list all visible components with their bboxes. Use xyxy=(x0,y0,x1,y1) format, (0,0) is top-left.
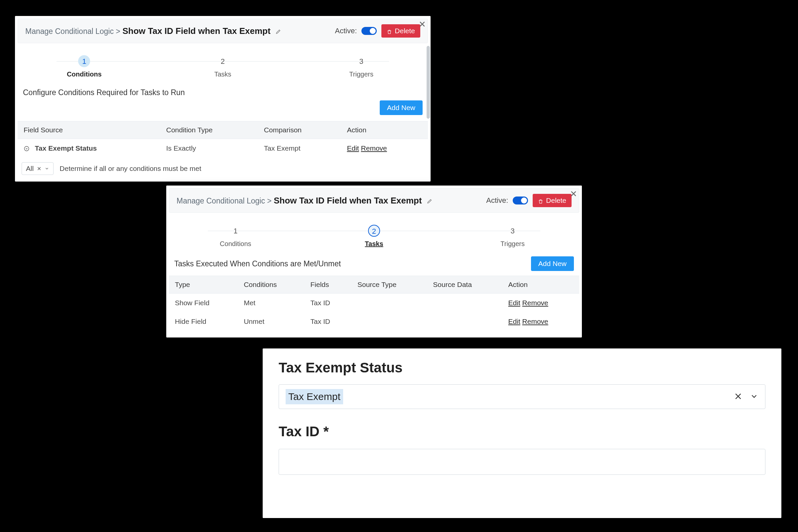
tasks-table: Type Conditions Fields Source Type Sourc… xyxy=(169,276,579,331)
step-conditions[interactable]: 1 Conditions xyxy=(16,55,153,78)
conditions-table: Field Source Condition Type Comparison A… xyxy=(18,121,428,158)
step-2-number: 2 xyxy=(217,55,229,67)
edit-link[interactable]: Edit xyxy=(508,318,520,325)
clear-icon[interactable]: ✕ xyxy=(37,166,41,172)
active-toggle[interactable] xyxy=(361,27,377,35)
add-new-task-button[interactable]: Add New xyxy=(531,256,574,271)
cell-source-data xyxy=(427,293,502,312)
step-triggers[interactable]: 3 Triggers xyxy=(292,55,430,78)
col-type: Type xyxy=(169,276,238,293)
step-3-number: 3 xyxy=(356,55,367,67)
conditions-section-title: Configure Conditions Required for Tasks … xyxy=(15,81,431,100)
remove-link[interactable]: Remove xyxy=(522,299,548,307)
breadcrumb-sep: > xyxy=(116,27,120,36)
step-3-number: 3 xyxy=(507,225,519,237)
breadcrumb-root[interactable]: Manage Conditional Logic xyxy=(25,27,114,36)
col-conditions: Conditions xyxy=(238,276,304,293)
step-2-label: Tasks xyxy=(154,71,291,78)
cell-type: Hide Field xyxy=(169,312,238,331)
delete-label: Delete xyxy=(395,27,415,35)
remove-link[interactable]: Remove xyxy=(361,144,387,152)
step-3-label: Triggers xyxy=(292,71,430,78)
breadcrumb: Manage Conditional Logic > Show Tax ID F… xyxy=(25,26,281,36)
wizard-stepper: 1 Conditions 2 Tasks 3 Triggers xyxy=(166,215,582,251)
col-field-source: Field Source xyxy=(18,121,160,139)
cell-fields: Tax ID xyxy=(304,312,351,331)
match-mode-footer: All ✕ Determine if all or any conditions… xyxy=(15,158,431,182)
table-row: Show Field Met Tax ID Edit Remove xyxy=(169,293,579,312)
rule-header-bar: Manage Conditional Logic > Show Tax ID F… xyxy=(169,188,579,213)
rule-title: Show Tax ID Field when Tax Exempt xyxy=(122,26,270,36)
cell-type: Show Field xyxy=(169,293,238,312)
delete-button[interactable]: Delete xyxy=(533,194,572,207)
edit-title-icon[interactable] xyxy=(275,27,281,34)
col-source-type: Source Type xyxy=(352,276,427,293)
tasks-section-title: Tasks Executed When Conditions are Met/U… xyxy=(174,259,341,268)
table-row: Tax Exempt Status Is Exactly Tax Exempt … xyxy=(18,139,428,158)
col-condition-type: Condition Type xyxy=(160,121,258,139)
trash-icon xyxy=(387,28,392,34)
step-conditions[interactable]: 1 Conditions xyxy=(167,225,304,248)
table-header-row: Type Conditions Fields Source Type Sourc… xyxy=(169,276,579,293)
col-fields: Fields xyxy=(304,276,351,293)
clear-icon[interactable] xyxy=(734,392,742,402)
step-tasks[interactable]: 2 Tasks xyxy=(154,55,291,78)
step-1-number: 1 xyxy=(229,225,241,237)
step-1-label: Conditions xyxy=(167,240,304,248)
breadcrumb-sep: > xyxy=(267,196,271,205)
cell-fields: Tax ID xyxy=(304,293,351,312)
form-preview-panel: Tax Exempt Status Tax Exempt Tax ID * xyxy=(263,348,781,518)
breadcrumb: Manage Conditional Logic > Show Tax ID F… xyxy=(176,195,433,206)
cell-source-type xyxy=(352,293,427,312)
cell-conditions: Unmet xyxy=(238,312,304,331)
breadcrumb-root[interactable]: Manage Conditional Logic xyxy=(176,196,265,205)
close-icon[interactable]: ✕ xyxy=(570,189,577,199)
step-2-number: 2 xyxy=(368,225,380,237)
expand-row-icon[interactable] xyxy=(24,145,30,151)
col-comparison: Comparison xyxy=(258,121,341,139)
edit-link[interactable]: Edit xyxy=(508,299,520,307)
edit-link[interactable]: Edit xyxy=(347,144,359,152)
field-label-tax-exempt-status: Tax Exempt Status xyxy=(279,360,765,376)
match-mode-select[interactable]: All ✕ xyxy=(22,162,54,175)
close-icon[interactable]: ✕ xyxy=(419,19,426,30)
delete-button[interactable]: Delete xyxy=(381,24,420,38)
cell-source-type xyxy=(352,312,427,331)
select-value: Tax Exempt xyxy=(286,389,343,404)
active-label: Active: xyxy=(335,26,357,35)
rule-title: Show Tax ID Field when Tax Exempt xyxy=(274,195,422,206)
cell-source-data xyxy=(427,312,502,331)
conditions-panel: ✕ Manage Conditional Logic > Show Tax ID… xyxy=(15,16,431,182)
trash-icon xyxy=(538,198,543,203)
edit-title-icon[interactable] xyxy=(426,197,433,203)
field-label-tax-id: Tax ID * xyxy=(279,424,765,440)
col-source-data: Source Data xyxy=(427,276,502,293)
svg-point-0 xyxy=(24,146,29,151)
cell-comparison: Tax Exempt xyxy=(258,139,341,158)
table-row: Hide Field Unmet Tax ID Edit Remove xyxy=(169,312,579,331)
wizard-stepper: 1 Conditions 2 Tasks 3 Triggers xyxy=(15,46,431,81)
step-3-label: Triggers xyxy=(444,240,581,248)
chevron-down-icon[interactable] xyxy=(750,392,758,402)
cell-condition-type: Is Exactly xyxy=(160,139,258,158)
table-header-row: Field Source Condition Type Comparison A… xyxy=(18,121,428,139)
step-triggers[interactable]: 3 Triggers xyxy=(444,225,581,248)
active-toggle[interactable] xyxy=(513,196,528,205)
rule-header-bar: Manage Conditional Logic > Show Tax ID F… xyxy=(18,19,428,43)
cell-conditions: Met xyxy=(238,293,304,312)
tasks-panel: ✕ Manage Conditional Logic > Show Tax ID… xyxy=(166,186,582,338)
match-mode-help: Determine if all or any conditions must … xyxy=(59,165,201,173)
tax-exempt-status-select[interactable]: Tax Exempt xyxy=(279,384,765,409)
add-new-condition-button[interactable]: Add New xyxy=(380,100,423,115)
cell-field-source: Tax Exempt Status xyxy=(35,144,97,152)
tax-id-input[interactable] xyxy=(279,449,765,475)
remove-link[interactable]: Remove xyxy=(522,318,548,325)
active-label: Active: xyxy=(486,196,508,205)
col-action: Action xyxy=(341,121,428,139)
step-tasks[interactable]: 2 Tasks xyxy=(306,225,443,248)
step-2-label: Tasks xyxy=(306,240,443,248)
step-1-label: Conditions xyxy=(16,71,153,78)
match-mode-value: All xyxy=(26,165,34,173)
col-action: Action xyxy=(502,276,579,293)
chevron-down-icon[interactable] xyxy=(44,165,49,173)
